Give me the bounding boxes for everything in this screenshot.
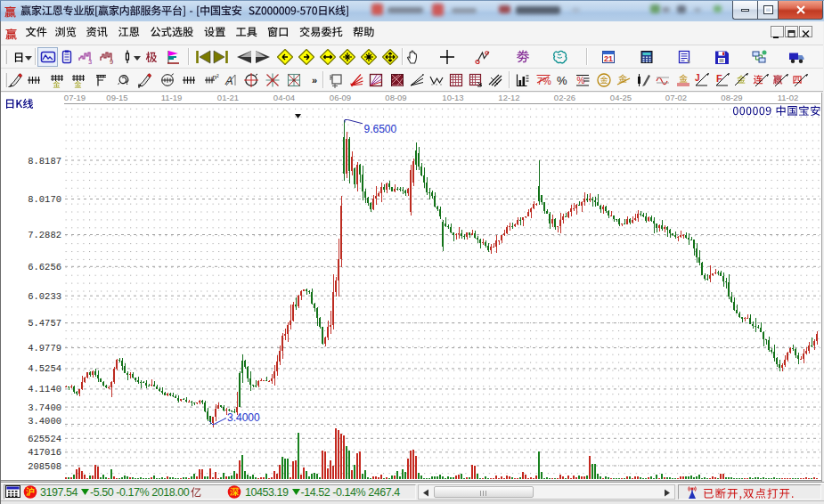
svg-text:»: » — [312, 75, 317, 85]
svg-text:5.4757: 5.4757 — [28, 318, 61, 329]
svg-text:3.4000: 3.4000 — [28, 416, 61, 427]
svg-text:7.2882: 7.2882 — [28, 230, 61, 240]
svg-text:417016: 417016 — [28, 447, 61, 458]
svg-text:04-04: 04-04 — [273, 93, 295, 102]
svg-text:n²: n² — [213, 73, 219, 81]
svg-text:06-09: 06-09 — [330, 93, 351, 102]
svg-text:J: J — [695, 73, 700, 83]
svg-text:11-02: 11-02 — [778, 93, 799, 102]
svg-text:8.0170: 8.0170 — [28, 194, 61, 205]
svg-text:3: 3 — [88, 58, 92, 65]
svg-text:9: 9 — [110, 58, 113, 65]
svg-text:6.0233: 6.0233 — [28, 291, 61, 302]
svg-text:10-13: 10-13 — [442, 93, 463, 102]
svg-text:4.5254: 4.5254 — [28, 363, 61, 374]
svg-text:08-29: 08-29 — [721, 93, 742, 102]
svg-text:09-15: 09-15 — [106, 93, 127, 102]
svg-text:01-21: 01-21 — [217, 93, 239, 102]
svg-text:625524: 625524 — [28, 434, 61, 444]
svg-text:07-02: 07-02 — [665, 93, 687, 102]
svg-text:7%: 7% — [537, 76, 551, 86]
svg-text:07-19: 07-19 — [64, 93, 86, 102]
svg-text:3.4000: 3.4000 — [227, 411, 260, 424]
svg-text:3.7400: 3.7400 — [28, 402, 61, 413]
svg-text:04-25: 04-25 — [610, 93, 632, 102]
svg-text:8.8187: 8.8187 — [28, 156, 61, 167]
svg-text:A: A — [224, 74, 233, 87]
svg-text:9.6500: 9.6500 — [364, 123, 397, 135]
svg-text:02-26: 02-26 — [554, 93, 575, 102]
svg-text:4.1140: 4.1140 — [28, 384, 61, 394]
svg-text:12-12: 12-12 — [498, 93, 519, 102]
svg-text:11-19: 11-19 — [161, 93, 183, 102]
svg-text:208508: 208508 — [28, 461, 61, 472]
svg-text:4.9779: 4.9779 — [28, 343, 61, 354]
svg-text:21: 21 — [604, 54, 613, 63]
svg-text:6.6256: 6.6256 — [28, 262, 61, 272]
svg-text:08-09: 08-09 — [385, 93, 406, 102]
svg-text:%: % — [557, 74, 567, 87]
